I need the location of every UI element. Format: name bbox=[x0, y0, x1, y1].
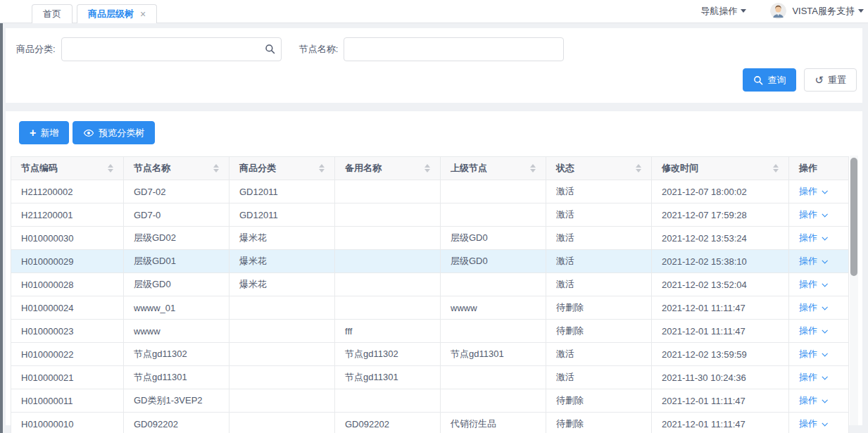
preview-tree-button[interactable]: 预览分类树 bbox=[73, 121, 155, 144]
add-button[interactable]: + 新增 bbox=[19, 121, 69, 144]
column-header-3[interactable]: 备用名称 bbox=[335, 157, 441, 180]
table-cell: 层级GD02 bbox=[124, 227, 229, 250]
column-header-1[interactable]: 节点名称 bbox=[124, 157, 229, 180]
table-row: H010000028层级GD0爆米花激活2021-12-02 13:52:04操… bbox=[11, 273, 849, 296]
category-label: 商品分类: bbox=[16, 43, 56, 56]
table-cell: H010000021 bbox=[11, 366, 124, 389]
table-cell: 2021-12-01 11:11:47 bbox=[652, 320, 789, 343]
tab-close-icon[interactable]: × bbox=[140, 9, 146, 19]
tab-home[interactable]: 首页 bbox=[32, 4, 73, 23]
preview-tree-button-label: 预览分类树 bbox=[99, 127, 144, 139]
row-action-dropdown[interactable]: 操作 bbox=[799, 301, 826, 314]
table-cell: 待删除 bbox=[546, 389, 652, 413]
table-cell: 激活 bbox=[546, 250, 652, 273]
table-cell: 2021-11-30 10:24:36 bbox=[652, 366, 789, 389]
table-scrollbar[interactable] bbox=[850, 156, 858, 425]
chevron-down-icon bbox=[741, 9, 746, 13]
row-action-label: 操作 bbox=[799, 371, 817, 384]
row-action-dropdown[interactable]: 操作 bbox=[799, 418, 826, 430]
search-icon[interactable] bbox=[265, 44, 275, 54]
category-input[interactable] bbox=[61, 37, 282, 61]
table-cell-action: 操作 bbox=[789, 203, 849, 227]
table-cell: 代销衍生品 bbox=[441, 413, 546, 433]
tab-home-label: 首页 bbox=[43, 8, 61, 20]
table-cell: 2021-12-02 13:52:04 bbox=[652, 273, 789, 296]
table-row: H211200001GD7-0GD12011激活2021-12-07 17:59… bbox=[11, 203, 849, 227]
sort-carets-icon[interactable] bbox=[636, 164, 641, 172]
table-cell bbox=[335, 273, 441, 296]
table-cell: 爆米花 bbox=[229, 227, 335, 250]
table-cell: H010000029 bbox=[11, 250, 124, 273]
table-cell: 待删除 bbox=[546, 320, 652, 343]
nav-operations-dropdown[interactable]: 导航操作 bbox=[700, 5, 746, 18]
row-action-dropdown[interactable]: 操作 bbox=[799, 185, 826, 198]
avatar[interactable] bbox=[770, 3, 786, 19]
table-cell: fff bbox=[335, 320, 441, 343]
chevron-down-icon bbox=[822, 281, 827, 287]
row-action-label: 操作 bbox=[799, 208, 817, 221]
table-cell bbox=[335, 180, 441, 203]
node-name-input[interactable] bbox=[344, 37, 564, 61]
row-action-dropdown[interactable]: 操作 bbox=[799, 232, 826, 244]
sort-carets-icon[interactable] bbox=[530, 164, 536, 172]
table-cell: GD7-0 bbox=[124, 203, 229, 227]
table-cell bbox=[229, 366, 335, 389]
column-header-label: 节点编码 bbox=[21, 162, 58, 175]
row-action-label: 操作 bbox=[799, 255, 817, 268]
table-cell bbox=[441, 203, 546, 227]
column-header-7: 操作 bbox=[789, 157, 849, 180]
row-action-dropdown[interactable]: 操作 bbox=[799, 348, 826, 360]
tab-product-hierarchy-tree[interactable]: 商品层级树 × bbox=[77, 4, 157, 23]
table-cell: 2021-12-02 13:53:24 bbox=[652, 227, 789, 250]
table-cell: H010000022 bbox=[11, 343, 124, 366]
column-header-2[interactable]: 商品分类 bbox=[229, 157, 335, 180]
column-header-6[interactable]: 修改时间 bbox=[652, 157, 789, 180]
row-action-dropdown[interactable]: 操作 bbox=[799, 255, 826, 268]
sort-carets-icon[interactable] bbox=[319, 164, 325, 172]
table-cell: 激活 bbox=[546, 180, 652, 203]
reset-button[interactable]: ↺ 重置 bbox=[804, 68, 857, 92]
row-action-label: 操作 bbox=[799, 418, 817, 430]
sort-carets-icon[interactable] bbox=[773, 164, 779, 172]
tab-bar: 首页 商品层级树 × 导航操作 VISTA服务支持 bbox=[0, 0, 868, 23]
table-cell: 节点gd11301 bbox=[441, 343, 546, 366]
row-action-dropdown[interactable]: 操作 bbox=[799, 278, 826, 291]
table-cell: 激活 bbox=[546, 227, 652, 250]
chevron-down-icon bbox=[822, 397, 827, 403]
row-action-dropdown[interactable]: 操作 bbox=[799, 208, 826, 221]
sort-carets-icon[interactable] bbox=[424, 164, 430, 172]
table-row: H010000024wwww_01wwww待删除2021-12-01 11:11… bbox=[11, 296, 849, 320]
table-row: H010000022节点gd11302节点gd11302节点gd11301激活2… bbox=[11, 343, 849, 366]
row-action-dropdown[interactable]: 操作 bbox=[799, 325, 826, 337]
table-cell bbox=[335, 203, 441, 227]
row-action-dropdown[interactable]: 操作 bbox=[799, 394, 826, 407]
query-button[interactable]: 查询 bbox=[743, 68, 796, 92]
column-header-5[interactable]: 状态 bbox=[546, 157, 652, 180]
table-cell: H010000023 bbox=[11, 320, 124, 343]
column-header-label: 商品分类 bbox=[239, 162, 276, 175]
table-row: H010000029层级GD01爆米花层级GD0激活2021-12-02 15:… bbox=[11, 250, 849, 273]
column-header-0[interactable]: 节点编码 bbox=[11, 157, 124, 180]
scrollbar-thumb[interactable] bbox=[850, 158, 857, 276]
table-cell bbox=[335, 250, 441, 273]
row-action-dropdown[interactable]: 操作 bbox=[799, 371, 826, 384]
sort-carets-icon[interactable] bbox=[108, 164, 113, 172]
table-cell: 爆米花 bbox=[229, 250, 335, 273]
table-row: H010000021节点gd11301节点gd11301激活2021-11-30… bbox=[11, 366, 849, 389]
category-input-wrap bbox=[61, 37, 282, 61]
table-row: H010000011GD类别1-3VEP2待删除2021-12-01 11:11… bbox=[11, 389, 849, 413]
table-cell: 激活 bbox=[546, 366, 652, 389]
column-header-label: 备用名称 bbox=[345, 162, 382, 175]
sort-carets-icon[interactable] bbox=[213, 164, 219, 172]
collapsed-sidebar[interactable] bbox=[0, 23, 3, 433]
table-header-row: 节点编码节点名称商品分类备用名称上级节点状态修改时间操作 bbox=[11, 157, 849, 180]
table-cell: 2021-12-07 17:59:28 bbox=[652, 203, 789, 227]
column-header-4[interactable]: 上级节点 bbox=[441, 157, 546, 180]
table-cell bbox=[441, 273, 546, 296]
row-action-label: 操作 bbox=[799, 301, 817, 314]
node-name-label: 节点名称: bbox=[299, 43, 339, 56]
row-action-label: 操作 bbox=[799, 325, 817, 337]
user-menu-dropdown[interactable]: VISTA服务支持 bbox=[792, 5, 864, 18]
table-cell: wwww bbox=[441, 296, 546, 320]
table-cell: 2021-12-01 11:11:47 bbox=[652, 296, 789, 320]
